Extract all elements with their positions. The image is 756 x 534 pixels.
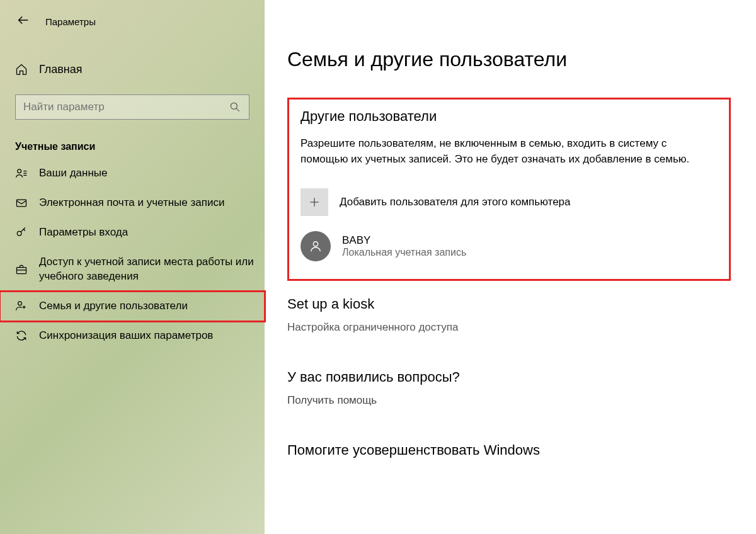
kiosk-section: Set up a kiosk Настройка ограниченного д…	[287, 296, 731, 334]
sidebar-item-your-info[interactable]: Ваши данные	[0, 159, 265, 188]
nav-list: Ваши данные Электронная почта и учетные …	[0, 159, 265, 351]
search-input[interactable]	[23, 101, 229, 113]
search-icon	[229, 101, 241, 113]
add-user-label: Добавить пользователя для этого компьюте…	[340, 196, 571, 208]
home-icon	[15, 63, 28, 76]
svg-rect-4	[17, 267, 26, 273]
sidebar-item-family[interactable]: Семья и другие пользователи	[0, 292, 265, 321]
svg-point-5	[18, 302, 22, 305]
search-wrap	[15, 94, 249, 120]
sidebar-item-signin-options[interactable]: Параметры входа	[0, 218, 265, 247]
sidebar-item-sync[interactable]: Синхронизация ваших параметров	[0, 321, 265, 351]
svg-point-1	[18, 169, 21, 173]
briefcase-icon	[15, 263, 28, 276]
sidebar-item-label: Синхронизация ваших параметров	[39, 329, 265, 343]
sidebar-item-label: Ваши данные	[39, 166, 265, 181]
sidebar-home[interactable]: Главная	[0, 57, 265, 82]
sidebar: Параметры Главная Учетные записи Ваши да…	[0, 0, 265, 534]
other-users-description: Разрешите пользователям, не включенным в…	[301, 136, 691, 167]
kiosk-heading: Set up a kiosk	[287, 296, 731, 312]
add-user-button[interactable]: Добавить пользователя для этого компьюте…	[301, 188, 718, 216]
user-name: BABY	[342, 234, 466, 247]
sidebar-item-work-access[interactable]: Доступ к учетной записи места работы или…	[0, 247, 265, 292]
feedback-heading: Помогите усовершенствовать Windows	[287, 442, 731, 458]
back-button[interactable]	[16, 13, 30, 30]
svg-point-0	[231, 103, 237, 109]
sidebar-item-label: Электронная почта и учетные записи	[39, 196, 265, 210]
help-heading: У вас появились вопросы?	[287, 369, 731, 385]
sidebar-home-label: Главная	[39, 63, 83, 76]
key-icon	[15, 226, 28, 239]
svg-point-6	[313, 242, 318, 246]
get-help-link[interactable]: Получить помощь	[287, 394, 731, 407]
mail-icon	[15, 196, 28, 209]
svg-point-3	[17, 232, 21, 236]
svg-rect-2	[17, 200, 26, 207]
feedback-section: Помогите усовершенствовать Windows	[287, 442, 731, 458]
other-users-heading: Другие пользователи	[301, 108, 718, 125]
sync-icon	[15, 329, 28, 342]
page-title: Семья и другие пользователи	[287, 48, 731, 71]
sidebar-section-header: Учетные записи	[0, 141, 265, 152]
other-users-section: Другие пользователи Разрешите пользовате…	[287, 98, 731, 281]
user-type: Локальная учетная запись	[342, 247, 466, 258]
help-section: У вас появились вопросы? Получить помощь	[287, 369, 731, 407]
sidebar-item-email[interactable]: Электронная почта и учетные записи	[0, 188, 265, 218]
plus-icon	[301, 188, 328, 216]
main-content: Семья и другие пользователи Другие польз…	[265, 0, 756, 534]
avatar	[301, 231, 331, 261]
user-item[interactable]: BABY Локальная учетная запись	[301, 231, 718, 261]
kiosk-sub: Настройка ограниченного доступа	[287, 321, 731, 334]
family-icon	[15, 300, 28, 312]
sidebar-item-label: Семья и другие пользователи	[39, 299, 265, 314]
user-text: BABY Локальная учетная запись	[342, 234, 466, 258]
sidebar-item-label: Параметры входа	[39, 225, 265, 240]
sidebar-item-label: Доступ к учетной записи места работы или…	[39, 255, 265, 284]
app-title: Параметры	[45, 16, 96, 27]
your-info-icon	[15, 167, 28, 179]
titlebar: Параметры	[0, 9, 265, 34]
search-box[interactable]	[15, 94, 249, 120]
